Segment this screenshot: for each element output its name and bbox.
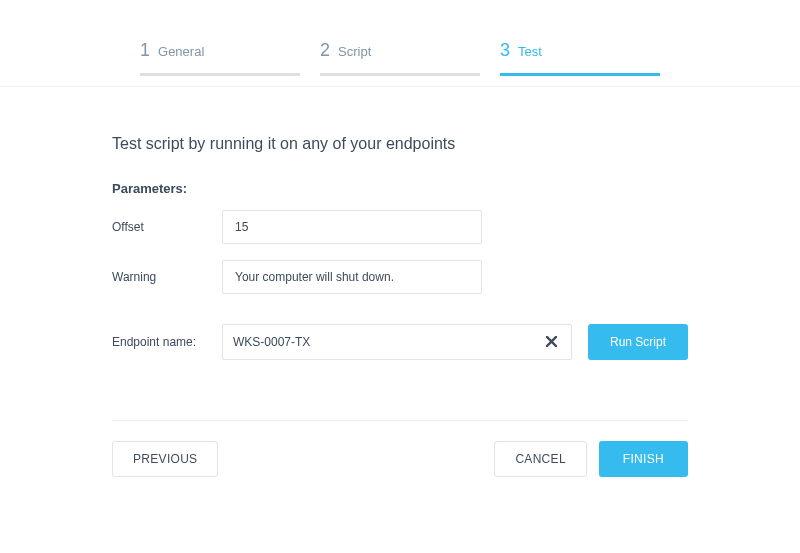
footer: PREVIOUS CANCEL FINISH — [112, 420, 688, 477]
step-script[interactable]: 2 Script — [320, 40, 480, 76]
step-number: 2 — [320, 40, 330, 61]
param-label: Warning — [112, 270, 222, 284]
content-area: Test script by running it on any of your… — [0, 87, 800, 360]
endpoint-label: Endpoint name: — [112, 335, 222, 349]
offset-input[interactable] — [222, 210, 482, 244]
page-title: Test script by running it on any of your… — [112, 135, 688, 153]
step-number: 1 — [140, 40, 150, 61]
finish-button[interactable]: FINISH — [599, 441, 688, 477]
parameters-heading: Parameters: — [112, 181, 688, 196]
step-bar — [500, 73, 660, 76]
cancel-button[interactable]: CANCEL — [494, 441, 586, 477]
step-number: 3 — [500, 40, 510, 61]
run-script-button[interactable]: Run Script — [588, 324, 688, 360]
step-general[interactable]: 1 General — [140, 40, 300, 76]
param-row-warning: Warning — [112, 260, 688, 294]
step-bar — [320, 73, 480, 76]
clear-endpoint-button[interactable] — [542, 331, 561, 354]
stepper: 1 General 2 Script 3 Test — [0, 0, 800, 87]
step-label: Test — [518, 44, 542, 59]
step-bar — [140, 73, 300, 76]
step-label: General — [158, 44, 204, 59]
step-test[interactable]: 3 Test — [500, 40, 660, 76]
endpoint-input-wrap — [222, 324, 572, 360]
warning-input[interactable] — [222, 260, 482, 294]
close-icon — [546, 335, 557, 350]
param-label: Offset — [112, 220, 222, 234]
endpoint-input[interactable] — [233, 335, 542, 349]
previous-button[interactable]: PREVIOUS — [112, 441, 218, 477]
endpoint-row: Endpoint name: Run Script — [112, 324, 688, 360]
param-row-offset: Offset — [112, 210, 688, 244]
step-label: Script — [338, 44, 371, 59]
footer-right: CANCEL FINISH — [494, 441, 688, 477]
